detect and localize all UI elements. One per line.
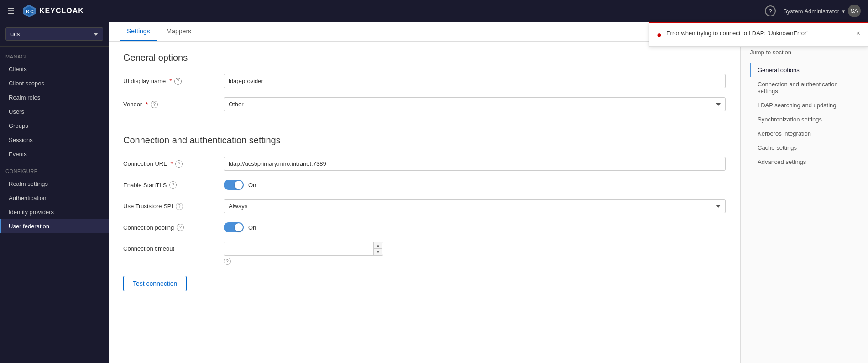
connection-pooling-label: Connection pooling ? xyxy=(123,224,224,231)
vendor-help-icon[interactable]: ? xyxy=(151,101,158,108)
app-name: KEYCLOAK xyxy=(39,7,84,15)
app-logo: KC KEYCLOAK xyxy=(22,4,84,18)
sidebar-item-sessions[interactable]: Sessions xyxy=(0,133,109,147)
help-button[interactable]: ? xyxy=(765,5,776,16)
sidebar-item-groups[interactable]: Groups xyxy=(0,119,109,133)
connection-timeout-number-wrapper: ▲ ▼ xyxy=(224,242,383,256)
use-truststore-select[interactable]: Always Only for ldaps Never xyxy=(224,199,726,213)
ui-display-name-input-wrapper xyxy=(224,74,726,88)
hamburger-menu[interactable]: ☰ xyxy=(7,6,15,16)
general-options-title: General options xyxy=(123,53,726,63)
vendor-select-wrapper: Other Active Directory Red Hat Directory… xyxy=(224,97,726,111)
user-name: System Administrator xyxy=(783,8,839,15)
form-area: General options UI display name * ? V xyxy=(109,42,740,363)
realm-selector-wrapper: ucs xyxy=(0,22,109,47)
connection-timeout-help-icon[interactable]: ? xyxy=(224,258,231,265)
spinner-up-button[interactable]: ▲ xyxy=(373,242,382,249)
enable-starttls-control: On xyxy=(224,180,726,190)
sidebar-item-events[interactable]: Events xyxy=(0,147,109,161)
spinner-down-button[interactable]: ▼ xyxy=(373,249,382,255)
connection-url-label: Connection URL * ? xyxy=(123,160,224,168)
user-menu[interactable]: System Administrator ▾ SA xyxy=(783,5,861,17)
enable-starttls-toggle[interactable] xyxy=(224,180,244,190)
jump-item-general-options[interactable]: General options xyxy=(750,63,859,77)
connection-url-input[interactable] xyxy=(224,157,726,171)
app-layout: ucs Manage Clients Client scopes Realm r… xyxy=(0,22,868,363)
sidebar-item-clients[interactable]: Clients xyxy=(0,62,109,76)
jump-item-conn-auth[interactable]: Connection and authentication settings xyxy=(750,77,859,98)
vendor-required-indicator: * xyxy=(146,101,148,108)
connection-timeout-input[interactable] xyxy=(224,242,383,256)
configure-section-label: Configure xyxy=(0,161,109,177)
sidebar: ucs Manage Clients Client scopes Realm r… xyxy=(0,22,109,363)
use-truststore-label: Use Truststore SPI ? xyxy=(123,203,224,210)
connection-pooling-toggle-wrapper: On xyxy=(224,222,726,232)
error-notification: ● Error when trying to connect to LDAP: … xyxy=(649,22,868,47)
jump-item-kerberos[interactable]: Kerberos integration xyxy=(750,126,859,141)
sidebar-item-authentication[interactable]: Authentication xyxy=(0,191,109,205)
enable-starttls-toggle-wrapper: On xyxy=(224,180,726,190)
connection-url-group: Connection URL * ? xyxy=(123,157,726,171)
sidebar-item-client-scopes[interactable]: Client scopes xyxy=(0,76,109,90)
chevron-down-icon: ▾ xyxy=(842,8,845,15)
conn-auth-title: Connection and authentication settings xyxy=(123,135,726,146)
required-indicator: * xyxy=(169,78,172,84)
sidebar-item-identity-providers[interactable]: Identity providers xyxy=(0,205,109,219)
test-connection-button[interactable]: Test connection xyxy=(123,276,187,291)
navbar-right: ? System Administrator ▾ SA xyxy=(765,5,861,17)
number-spinners: ▲ ▼ xyxy=(373,242,382,255)
sidebar-item-users[interactable]: Users xyxy=(0,105,109,119)
use-truststore-group: Use Truststore SPI ? Always Only for lda… xyxy=(123,199,726,213)
jump-panel: Jump to section General options Connecti… xyxy=(740,42,868,363)
manage-section-label: Manage xyxy=(0,47,109,62)
enable-starttls-help-icon[interactable]: ? xyxy=(169,181,177,189)
error-message: Error when trying to connect to LDAP: 'U… xyxy=(666,30,852,37)
close-notification-button[interactable]: × xyxy=(856,30,860,37)
connection-pooling-control: On xyxy=(224,222,726,232)
realm-select[interactable]: ucs xyxy=(5,27,103,41)
connection-timeout-group: Connection timeout ▲ ▼ xyxy=(123,242,726,265)
connection-url-help-icon[interactable]: ? xyxy=(175,160,183,168)
use-truststore-select-wrapper: Always Only for ldaps Never xyxy=(224,199,726,213)
vendor-select[interactable]: Other Active Directory Red Hat Directory… xyxy=(224,97,726,111)
use-truststore-help-icon[interactable]: ? xyxy=(176,203,183,210)
sidebar-item-realm-settings[interactable]: Realm settings xyxy=(0,177,109,191)
ui-display-name-help-icon[interactable]: ? xyxy=(174,78,182,85)
jump-item-sync-settings[interactable]: Synchronization settings xyxy=(750,112,859,126)
tab-settings[interactable]: Settings xyxy=(120,22,157,41)
sidebar-item-user-federation[interactable]: User federation xyxy=(0,219,109,233)
keycloak-logo-icon: KC xyxy=(22,4,37,18)
ui-display-name-group: UI display name * ? xyxy=(123,74,726,88)
sidebar-item-realm-roles[interactable]: Realm roles xyxy=(0,90,109,105)
connection-pooling-help-icon[interactable]: ? xyxy=(177,224,184,231)
connection-pooling-on-label: On xyxy=(248,224,256,231)
vendor-label: Vendor * ? xyxy=(123,101,224,108)
connection-timeout-label: Connection timeout xyxy=(123,245,224,252)
jump-item-cache-settings[interactable]: Cache settings xyxy=(750,141,859,155)
connection-url-input-wrapper xyxy=(224,157,726,171)
avatar: SA xyxy=(848,5,861,17)
main-content: Settings Mappers General options UI disp… xyxy=(109,22,868,363)
jump-item-ldap-searching[interactable]: LDAP searching and updating xyxy=(750,98,859,112)
jump-panel-title: Jump to section xyxy=(750,49,859,56)
enable-starttls-label: Enable StartTLS ? xyxy=(123,181,224,189)
svg-text:KC: KC xyxy=(26,9,34,14)
connection-timeout-input-wrapper: ▲ ▼ xyxy=(224,242,383,256)
navbar: ☰ KC KEYCLOAK ? System Administrator ▾ S… xyxy=(0,0,868,22)
enable-starttls-on-label: On xyxy=(248,182,256,189)
content-area: General options UI display name * ? V xyxy=(109,42,868,363)
tab-mappers[interactable]: Mappers xyxy=(159,22,199,41)
jump-item-advanced-settings[interactable]: Advanced settings xyxy=(750,155,859,169)
connection-url-required: * xyxy=(170,160,173,167)
vendor-group: Vendor * ? Other Active Directory Red Ha… xyxy=(123,97,726,111)
connection-pooling-toggle[interactable] xyxy=(224,222,244,232)
ui-display-name-label: UI display name * ? xyxy=(123,78,224,85)
ui-display-name-input[interactable] xyxy=(224,74,726,88)
error-icon: ● xyxy=(657,30,662,40)
enable-starttls-group: Enable StartTLS ? On xyxy=(123,180,726,190)
connection-pooling-group: Connection pooling ? On xyxy=(123,222,726,232)
